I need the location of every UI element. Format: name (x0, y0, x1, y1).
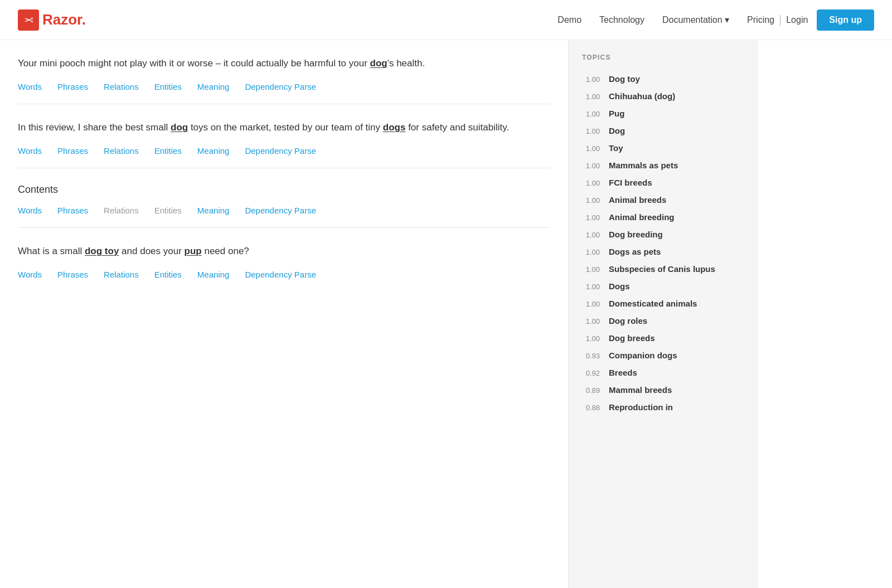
sentence-text-1: Your mini pooch might not play with it o… (18, 56, 550, 72)
tab-phrases-2[interactable]: Phrases (57, 146, 88, 157)
tab-words-2[interactable]: Words (18, 146, 42, 157)
tab-words-3[interactable]: Words (18, 206, 42, 216)
topic-item: 0.88 Reproduction in (569, 399, 758, 416)
topic-item: 1.00 Subspecies of Canis lupus (569, 260, 758, 278)
topic-item: 0.89 Mammal breeds (569, 381, 758, 399)
tab-dependency-1[interactable]: Dependency Parse (245, 82, 316, 93)
sentence-block-2: In this review, I share the best small d… (18, 104, 550, 168)
tab-words-1[interactable]: Words (18, 82, 42, 93)
topic-score: 1.00 (582, 231, 600, 239)
topic-score: 1.00 (582, 93, 600, 101)
topic-item: 1.00 Dog breeding (569, 226, 758, 243)
tab-bar-2: Words Phrases Relations Entities Meaning… (18, 146, 550, 157)
topic-score: 0.89 (582, 386, 600, 395)
s4-part2: and does your (119, 246, 184, 256)
topic-item: 1.00 Dog roles (569, 312, 758, 329)
topic-score: 1.00 (582, 213, 600, 222)
s4-part3: need one? (202, 246, 249, 256)
topic-score: 1.00 (582, 265, 600, 274)
nav-links: Demo Technology Documentation ▾ Pricing (558, 14, 774, 25)
logo-text: Razor. (42, 11, 86, 28)
sentence-1-before: Your mini pooch might not play with it o… (18, 58, 370, 69)
topic-name: Reproduction in (609, 402, 673, 412)
tab-bar-3: Words Phrases Relations Entities Meaning… (18, 206, 550, 216)
topic-item: 1.00 Mammals as pets (569, 157, 758, 174)
topic-score: 0.88 (582, 404, 600, 412)
topic-item: 1.00 Dog breeds (569, 329, 758, 347)
tab-relations-4[interactable]: Relations (104, 270, 139, 280)
s4-highlight1: dog toy (85, 246, 119, 256)
page-layout: Your mini pooch might not play with it o… (0, 40, 892, 588)
topic-name: Animal breeds (609, 195, 666, 205)
tab-entities-4[interactable]: Entities (154, 270, 182, 280)
tab-entities-3: Entities (154, 206, 182, 216)
tab-phrases-3[interactable]: Phrases (57, 206, 88, 216)
topic-name: Subspecies of Canis lupus (609, 264, 715, 274)
topic-score: 1.00 (582, 283, 600, 291)
tab-dependency-3[interactable]: Dependency Parse (245, 206, 316, 216)
nav-login[interactable]: Login (786, 15, 808, 25)
topic-score: 0.92 (582, 369, 600, 377)
s2-highlight2: dogs (383, 122, 406, 133)
logo-text-regular: . (82, 11, 86, 28)
topic-score: 1.00 (582, 110, 600, 118)
topic-item: 1.00 Pug (569, 105, 758, 122)
tab-words-4[interactable]: Words (18, 270, 42, 280)
topic-name: Mammal breeds (609, 385, 672, 395)
topic-name: Companion dogs (609, 351, 677, 360)
logo-link[interactable]: Razor. (18, 9, 86, 31)
topic-score: 1.00 (582, 334, 600, 343)
tab-dependency-2[interactable]: Dependency Parse (245, 146, 316, 157)
topic-score: 1.00 (582, 75, 600, 84)
topic-name: Mammals as pets (609, 161, 678, 170)
nav-documentation[interactable]: Documentation ▾ (662, 15, 729, 25)
topic-item: 1.00 Animal breeding (569, 208, 758, 226)
tab-meaning-3[interactable]: Meaning (197, 206, 230, 216)
tab-bar-1: Words Phrases Relations Entities Meaning… (18, 82, 550, 93)
tab-meaning-1[interactable]: Meaning (197, 82, 230, 93)
nav-demo[interactable]: Demo (558, 15, 581, 25)
tab-meaning-2[interactable]: Meaning (197, 146, 230, 157)
sentence-1-highlight: dog (370, 58, 387, 69)
sentence-block-1: Your mini pooch might not play with it o… (18, 40, 550, 104)
tab-phrases-1[interactable]: Phrases (57, 82, 88, 93)
tab-entities-1[interactable]: Entities (154, 82, 182, 93)
s2-highlight1: dog (171, 122, 188, 133)
topic-score: 1.00 (582, 127, 600, 135)
topic-item: 1.00 Animal breeds (569, 191, 758, 208)
s4-part1: What is a small (18, 246, 85, 256)
main-content: Your mini pooch might not play with it o… (0, 40, 569, 588)
topic-item: 0.93 Companion dogs (569, 347, 758, 364)
tab-relations-2[interactable]: Relations (104, 146, 139, 157)
topic-item: 1.00 Dogs as pets (569, 243, 758, 260)
topic-name: Dog breeding (609, 230, 663, 239)
topic-score: 1.00 (582, 144, 600, 153)
s4-highlight2: pup (185, 246, 202, 256)
sentence-block-3: Contents Words Phrases Relations Entitie… (18, 168, 550, 228)
topic-item: 1.00 Chihuahua (dog) (569, 88, 758, 105)
topic-item: 1.00 Toy (569, 139, 758, 157)
s2-part1: In this review, I share the best small (18, 122, 171, 133)
topic-name: Dog (609, 126, 625, 135)
nav-technology[interactable]: Technology (599, 15, 644, 25)
tab-meaning-4[interactable]: Meaning (197, 270, 230, 280)
topic-name: Domesticated animals (609, 299, 697, 308)
sidebar-topics-title: TOPICS (569, 54, 758, 70)
topic-name: Dogs (609, 281, 630, 291)
topic-item: 1.00 Dogs (569, 278, 758, 295)
navbar: Razor. Demo Technology Documentation ▾ P… (0, 0, 892, 40)
topic-score: 0.93 (582, 352, 600, 360)
nav-pricing[interactable]: Pricing (747, 15, 774, 25)
tab-relations-1[interactable]: Relations (104, 82, 139, 93)
nav-signup[interactable]: Sign up (817, 9, 874, 31)
tab-dependency-4[interactable]: Dependency Parse (245, 270, 316, 280)
topic-name: Dog roles (609, 316, 647, 325)
topic-name: FCI breeds (609, 178, 652, 187)
tab-phrases-4[interactable]: Phrases (57, 270, 88, 280)
topic-name: Animal breeding (609, 212, 675, 222)
s2-part2: toys on the market, tested by our team o… (188, 122, 383, 133)
tab-entities-2[interactable]: Entities (154, 146, 182, 157)
topic-score: 1.00 (582, 162, 600, 170)
sentence-text-4: What is a small dog toy and does your pu… (18, 244, 550, 260)
sentence-block-4: What is a small dog toy and does your pu… (18, 228, 550, 291)
